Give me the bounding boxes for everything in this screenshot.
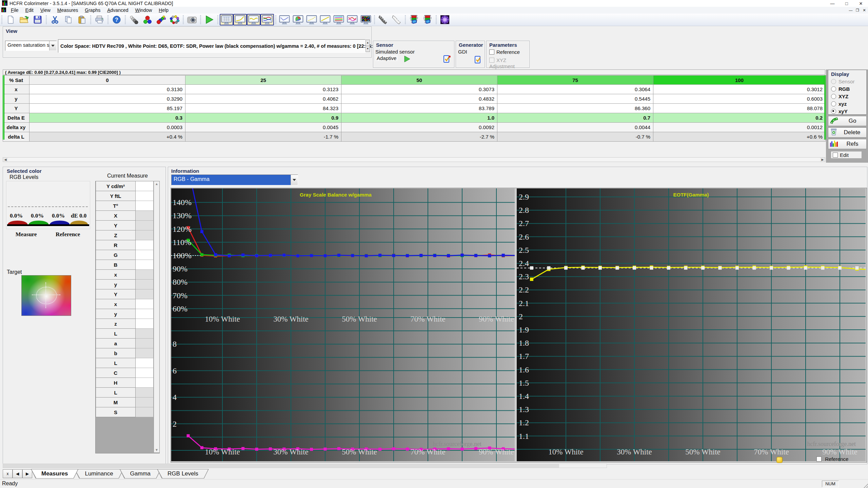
sensor-config-icon[interactable] — [442, 55, 451, 65]
row-header-x[interactable]: x — [3, 85, 29, 94]
radio-icon[interactable] — [831, 94, 836, 99]
tab-prev-icon[interactable]: ◀ — [13, 469, 22, 478]
tab-rgb-levels[interactable]: RGB Levels — [157, 469, 209, 479]
close-icon[interactable]: ✕ — [854, 0, 868, 7]
graph-type-dropdown[interactable]: RGB - Gamma — [171, 175, 298, 185]
save-file-button[interactable] — [31, 14, 44, 25]
tab-next-icon[interactable]: ▶ — [22, 469, 32, 478]
view-saturation-button[interactable] — [346, 14, 359, 25]
generator-config-icon[interactable] — [474, 55, 482, 65]
menu-measures[interactable]: Measures — [54, 7, 81, 13]
print-button[interactable] — [93, 14, 106, 25]
view-hscrollbar-thumb[interactable] — [3, 464, 559, 468]
view-luminance-button[interactable] — [233, 14, 247, 25]
measure-grayscale-button[interactable] — [127, 14, 141, 25]
display-radio-xyz[interactable]: xyz — [828, 100, 866, 107]
scroll-up-icon[interactable]: ▲ — [155, 181, 158, 186]
display-radio-xyz[interactable]: XYZ — [828, 93, 866, 100]
view-luminance-dots-button[interactable] — [305, 14, 318, 25]
display-radio-xyy[interactable]: xyY — [828, 107, 866, 115]
copy-button[interactable] — [62, 14, 75, 25]
minimize-icon[interactable]: — — [825, 0, 840, 7]
mdi-close-icon[interactable]: ✕ — [861, 7, 867, 13]
menu-file[interactable]: File — [7, 7, 22, 13]
measure-full-button[interactable] — [168, 14, 181, 25]
view-scale-dropdown[interactable]: Green saturation scale — [5, 41, 57, 51]
reference-toggle[interactable]: Reference — [816, 456, 848, 462]
tab-close-button[interactable]: x — [3, 469, 13, 478]
maximize-icon[interactable]: □ — [840, 0, 854, 7]
view-spectrum-button[interactable] — [359, 14, 373, 25]
checkbox-icon[interactable] — [489, 49, 494, 55]
menu-help[interactable]: Help — [155, 7, 172, 13]
row-header-delta-e[interactable]: Delta E — [3, 113, 29, 123]
delete-button[interactable]: Delete — [828, 127, 867, 138]
radio-icon[interactable] — [831, 101, 836, 106]
param-reference[interactable]: Reference — [489, 49, 529, 55]
continuous-measure-secondaries-button[interactable] — [421, 14, 434, 25]
snapshot-button[interactable] — [185, 14, 199, 25]
tab-gamma[interactable]: Gamma — [120, 469, 161, 479]
menu-graphs[interactable]: Graphs — [81, 7, 104, 13]
svg-text:8: 8 — [173, 340, 177, 348]
continuous-measure-dark-button[interactable] — [376, 14, 390, 25]
row-header-y[interactable]: y — [3, 94, 29, 104]
help-button[interactable]: ? — [110, 14, 123, 25]
col-header-0[interactable]: 0 — [29, 76, 185, 85]
cm-value — [136, 211, 153, 221]
view-rgb-levels-button[interactable] — [260, 14, 274, 25]
col-header-100[interactable]: 100 — [653, 76, 826, 85]
view-color-temperature-button[interactable] — [278, 14, 291, 25]
reference-checkbox[interactable] — [816, 456, 822, 462]
current-measure-scrollbar[interactable]: ▲ ▼ — [154, 181, 159, 452]
measure-primaries-button[interactable] — [141, 14, 154, 25]
graph-type-dropdown-arrow-icon[interactable] — [291, 175, 298, 185]
menu-view[interactable]: View — [37, 7, 54, 13]
cut-button[interactable] — [48, 14, 62, 25]
view-gamma-button[interactable] — [247, 14, 260, 25]
menu-advanced[interactable]: Advanced — [104, 7, 132, 13]
paste-button[interactable] — [75, 14, 89, 25]
mdi-document-icon[interactable] — [1, 7, 6, 13]
plasma-mode-button[interactable] — [438, 14, 452, 25]
col-header-50[interactable]: 50 — [341, 76, 497, 85]
radio-icon[interactable] — [831, 109, 836, 114]
view-gamma-line-button[interactable] — [318, 14, 332, 25]
radio-icon[interactable] — [831, 86, 836, 92]
scroll-down-icon[interactable]: ▼ — [155, 447, 158, 452]
row-header-delta-xy[interactable]: delta xy — [3, 123, 29, 132]
tab-luminance[interactable]: Luminance — [74, 469, 123, 479]
spinner-down-icon[interactable]: ▼ — [366, 46, 370, 52]
edit-toggle[interactable]: Edit — [831, 151, 862, 159]
refs-button[interactable]: Refs — [828, 139, 867, 149]
hscroll-right-icon[interactable]: ▶ — [820, 158, 825, 162]
menu-edit[interactable]: Edit — [22, 7, 37, 13]
view-multi-curves-button[interactable] — [332, 14, 346, 25]
new-file-button[interactable] — [4, 14, 17, 25]
row-header-y[interactable]: Y — [3, 104, 29, 113]
view-scale-dropdown-arrow-icon[interactable] — [49, 41, 56, 50]
sensor-run-icon[interactable] — [403, 55, 411, 64]
tab-measures[interactable]: Measures — [31, 469, 78, 479]
hscroll-left-icon[interactable]: ◀ — [3, 158, 8, 162]
menu-window[interactable]: Window — [132, 7, 156, 13]
display-radio-rgb[interactable]: RGB — [828, 85, 866, 93]
col-header-75[interactable]: 75 — [497, 76, 653, 85]
edit-checkbox[interactable] — [833, 152, 838, 158]
open-file-button[interactable] — [17, 14, 31, 25]
mdi-minimize-icon[interactable]: — — [848, 7, 854, 13]
continuous-measure-primaries-button[interactable] — [407, 14, 421, 25]
run-measures-button[interactable] — [202, 14, 216, 25]
view-cie-diagram-button[interactable] — [291, 14, 305, 25]
view-hscrollbar[interactable] — [3, 464, 607, 468]
row-header-delta-l[interactable]: delta L — [3, 132, 29, 142]
tabs: MeasuresLuminanceGammaRGB Levels — [35, 469, 209, 479]
measure-secondaries-button[interactable] — [154, 14, 168, 25]
col-header-25[interactable]: 25 — [185, 76, 341, 85]
spinner-up-icon[interactable]: ▲ — [366, 40, 370, 46]
view-measures-button[interactable] — [220, 14, 233, 25]
mdi-restore-icon[interactable]: ❐ — [854, 7, 861, 13]
go-button[interactable]: Go — [828, 116, 867, 126]
measures-hscrollbar[interactable]: ◀ ▶ — [3, 157, 825, 162]
continuous-measure-light-button[interactable] — [390, 14, 403, 25]
